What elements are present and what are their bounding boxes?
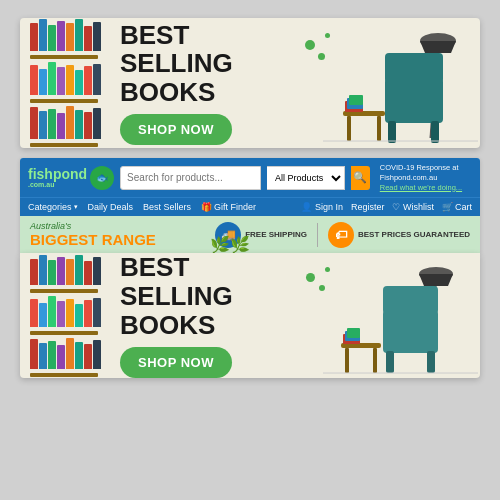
nav-categories[interactable]: Categories▾	[28, 202, 78, 212]
bottom-banner: BEST SELLING BOOKS SHOP NOW	[20, 253, 480, 378]
nav-gift-finder[interactable]: 🎁 Gift Finder	[201, 202, 256, 212]
nav-top-row: fishpond .com.au 🐟 All Products 🔍 COVID-…	[20, 158, 480, 197]
dot-decoration-1	[305, 40, 315, 50]
bookshelf-decoration	[20, 18, 110, 148]
svg-marker-16	[419, 274, 453, 286]
search-button[interactable]: 🔍	[351, 166, 370, 190]
svg-rect-18	[383, 286, 438, 314]
shop-now-button-bottom[interactable]: SHOP NOW	[120, 347, 232, 378]
promo-range-text: Australia's BIGGEST RANGE	[30, 221, 207, 248]
banner-title: BEST SELLING BOOKS	[120, 21, 320, 107]
svg-rect-8	[347, 116, 351, 141]
promo-divider	[317, 223, 318, 247]
bookshelf-decoration-bottom	[20, 253, 110, 378]
nav-cart[interactable]: 🛒 Cart	[442, 202, 472, 212]
tag-icon: 🏷	[328, 222, 354, 248]
svg-rect-19	[386, 351, 394, 373]
covid-notice: COVID-19 Response at Fishpond.com.au Rea…	[380, 163, 472, 192]
nav-signin[interactable]: 👤 Sign In	[301, 202, 343, 212]
best-prices-badge: 🏷 BEST PRICES GUARANTEED	[328, 222, 470, 248]
bottom-banner-headline: BEST SELLING BOOKS SHOP NOW	[110, 253, 320, 378]
svg-rect-12	[349, 95, 363, 105]
bottom-banner-title: BEST SELLING BOOKS	[120, 253, 320, 339]
svg-rect-3	[385, 78, 443, 123]
svg-rect-26	[347, 328, 360, 338]
svg-rect-17	[383, 310, 438, 353]
nav-right-links: 👤 Sign In Register ♡ Wishlist 🛒 Cart	[301, 202, 472, 212]
svg-rect-9	[377, 116, 381, 141]
nav-best-sellers[interactable]: Best Sellers	[143, 202, 191, 212]
nav-wishlist[interactable]: ♡ Wishlist	[392, 202, 434, 212]
nav-daily-deals[interactable]: Daily Deals	[88, 202, 134, 212]
svg-rect-5	[388, 121, 396, 143]
banner-headline: BEST SELLING BOOKS SHOP NOW	[110, 18, 320, 148]
grass-decor: 🌿🌿	[210, 237, 250, 253]
nav-register[interactable]: Register	[351, 202, 385, 212]
fish-icon: 🐟	[90, 166, 114, 190]
product-category-select[interactable]: All Products	[267, 166, 345, 190]
fishpond-navbar: fishpond .com.au 🐟 All Products 🔍 COVID-…	[20, 158, 480, 253]
promo-bar: Australia's BIGGEST RANGE 🌿🌿 🚚 FREE SHIP…	[20, 216, 480, 253]
furniture-decoration-bottom	[320, 253, 480, 378]
covid-link[interactable]: Read what we're doing...	[380, 183, 462, 192]
search-input[interactable]	[120, 166, 261, 190]
svg-rect-23	[373, 348, 377, 373]
shop-now-button[interactable]: SHOP NOW	[120, 114, 232, 145]
svg-rect-22	[345, 348, 349, 373]
svg-rect-20	[427, 351, 435, 373]
svg-rect-6	[431, 121, 439, 143]
top-banner: BEST SELLING BOOKS SHOP NOW	[20, 18, 480, 148]
nav-links-row: Categories▾ Daily Deals Best Sellers 🎁 G…	[20, 197, 480, 216]
furniture-decoration-top	[320, 18, 480, 148]
fishpond-logo[interactable]: fishpond .com.au 🐟	[28, 166, 114, 190]
svg-marker-2	[420, 41, 456, 53]
promo-icons: 🚚 FREE SHIPPING 🏷 BEST PRICES GUARANTEED	[215, 222, 470, 248]
svg-rect-4	[385, 53, 443, 83]
